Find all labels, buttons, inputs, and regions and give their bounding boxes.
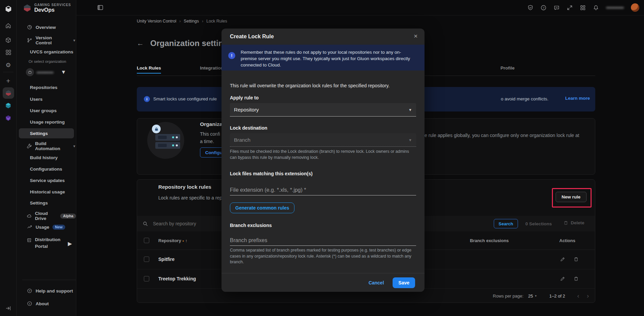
select-all-checkbox[interactable] <box>144 238 149 243</box>
sidebar-item-usage[interactable]: Usage New <box>17 223 76 231</box>
sidebar-divider <box>22 280 76 280</box>
brand-eyebrow: GAMING SERVICES <box>34 3 71 7</box>
devops-logo <box>23 4 32 12</box>
sidebar-item-help[interactable]: ? Help and support <box>17 286 76 295</box>
sidebar-item-configurations[interactable]: Configurations <box>17 165 76 173</box>
home-icon[interactable] <box>3 20 14 31</box>
file-extension-input[interactable] <box>230 187 416 193</box>
servers-illustration <box>147 122 184 159</box>
row-checkbox[interactable] <box>144 276 149 281</box>
banner-text-right: o avoid merge conflicts. <box>501 96 549 101</box>
modal-intro: This rule will overwrite the organizatio… <box>230 83 416 88</box>
prev-page-icon[interactable]: ‹ <box>577 292 579 300</box>
rows-per-page-value[interactable]: 25 <box>528 294 533 299</box>
sidebar: GAMING SERVICES DevOps Overview Version … <box>17 0 76 316</box>
rows-per-page-label: Rows per page: <box>493 294 523 299</box>
back-arrow-icon[interactable]: ← <box>137 39 144 47</box>
branch-exclusions-label: Branch exclusions <box>230 223 416 228</box>
expand-sidebar-icon[interactable] <box>3 303 14 314</box>
sidebar-item-cloud-drive[interactable]: Cloud Drive Alpha <box>17 212 76 220</box>
feedback-icon[interactable] <box>554 5 560 11</box>
modal-header: Create Lock Rule ✕ <box>222 29 425 45</box>
modal-title: Create Lock Rule <box>230 34 274 40</box>
chevron-down-icon: ▼ <box>61 69 66 75</box>
info-circle-icon: i <box>27 301 33 306</box>
delete-icon[interactable] <box>573 276 579 281</box>
sidebar-item-version-control[interactable]: Version Control▼ <box>17 36 76 45</box>
lock-icon <box>152 125 161 133</box>
fullscreen-icon[interactable] <box>567 5 573 11</box>
breadcrumb-separator: › <box>179 19 180 24</box>
sidebar-item-service-updates[interactable]: Service updates <box>17 176 76 185</box>
asset-app-icon[interactable] <box>3 100 14 111</box>
sidebar-item-repositories[interactable]: Repositories <box>17 83 76 92</box>
generate-common-rules-button[interactable]: Generate common rules <box>230 202 294 213</box>
apply-rule-label: Apply rule to <box>230 95 416 100</box>
cancel-button[interactable]: Cancel <box>368 280 384 285</box>
close-icon[interactable]: ✕ <box>413 33 418 39</box>
sidebar-item-users[interactable]: Users <box>17 95 76 103</box>
sidebar-item-build-history[interactable]: Build history <box>17 153 76 162</box>
chevron-down-icon[interactable]: ▾ <box>535 294 537 298</box>
repository-name: Spitfire <box>158 257 174 262</box>
save-button[interactable]: Save <box>393 277 415 288</box>
column-repository[interactable]: Repository ● ↑ <box>158 238 188 243</box>
lock-destination-select: Branch ▼ <box>230 133 416 147</box>
devops-app-icon[interactable] <box>3 87 14 99</box>
sidebar-item-distribution-portal[interactable]: Distribution Portal ▶ <box>17 236 76 250</box>
notice-text: Remember that these rules do not apply t… <box>241 49 416 71</box>
sidebar-item-overview[interactable]: Overview <box>17 23 76 32</box>
org-selector[interactable]: ••••••••••• ▼ <box>17 67 76 77</box>
unity-logo-icon[interactable] <box>3 3 14 15</box>
edit-icon[interactable] <box>560 276 565 281</box>
branch-icon <box>27 38 33 43</box>
gear-icon[interactable]: ⚙ <box>3 59 14 71</box>
chevron-right-icon: ▶ <box>68 240 72 247</box>
learn-more-link[interactable]: Learn more <box>565 96 590 101</box>
overview-icon <box>27 25 33 30</box>
new-rule-button[interactable]: New rule <box>556 192 587 202</box>
sidebar-item-uvcs-organizations[interactable]: UVCS organizations <box>17 47 76 56</box>
row-checkbox[interactable] <box>144 257 149 262</box>
tab-lock-rules[interactable]: Lock Rules <box>137 65 161 71</box>
multiplay-app-icon[interactable] <box>3 112 14 124</box>
svg-text:?: ? <box>29 289 31 292</box>
apps-grid-icon[interactable] <box>580 5 586 11</box>
delete-action[interactable]: Delete <box>563 220 585 225</box>
packages-icon[interactable] <box>3 34 14 46</box>
branch-prefixes-input[interactable] <box>230 237 416 243</box>
dashboard-icon[interactable] <box>3 47 14 58</box>
edit-icon[interactable] <box>560 257 565 262</box>
tab-profile[interactable]: Profile <box>500 65 515 71</box>
chevron-down-icon: ▼ <box>408 108 412 112</box>
sidebar-item-settings-label[interactable]: Settings <box>17 129 76 138</box>
panel-toggle-icon[interactable] <box>97 4 104 11</box>
breadcrumb-item[interactable]: Unity Version Control <box>137 19 176 24</box>
sort-arrow-icon[interactable]: ↑ <box>185 238 188 243</box>
sidebar-item-build-automation[interactable]: Build Automation▼ <box>17 142 76 150</box>
help-circle-icon: ? <box>27 288 33 294</box>
sidebar-item-usage-reporting[interactable]: Usage reporting <box>17 118 76 126</box>
apply-rule-select[interactable]: Repository ▼ <box>230 103 416 117</box>
avatar[interactable] <box>631 3 639 12</box>
rail-divider <box>3 72 13 72</box>
add-service-icon[interactable]: + <box>3 75 14 87</box>
chevron-down-icon: ▼ <box>73 39 76 42</box>
username-blurred[interactable]: •••••••••••• <box>606 5 624 10</box>
app-root: ⚙ + GAMING SERVICES DevOps Overview <box>0 0 644 316</box>
sidebar-item-user-groups[interactable]: User groups <box>17 106 76 115</box>
svg-text:i: i <box>29 302 30 305</box>
sidebar-item-about[interactable]: i About <box>17 299 76 308</box>
breadcrumb-item[interactable]: Settings <box>184 19 199 24</box>
sidebar-item-settings-2[interactable]: Settings <box>17 198 76 207</box>
shield-check-icon[interactable] <box>527 5 533 11</box>
bell-icon[interactable] <box>593 5 599 11</box>
delete-icon[interactable] <box>573 257 579 262</box>
sidebar-item-historical-usage[interactable]: Historical usage <box>17 187 76 196</box>
next-page-icon[interactable]: › <box>587 292 589 300</box>
help-icon[interactable]: ? <box>540 5 547 11</box>
column-branch-exclusions: Branch exclusions <box>470 238 509 243</box>
info-icon: i <box>144 96 150 102</box>
search-button[interactable]: Search <box>494 219 518 228</box>
section-title: Repository lock rules <box>158 184 211 190</box>
